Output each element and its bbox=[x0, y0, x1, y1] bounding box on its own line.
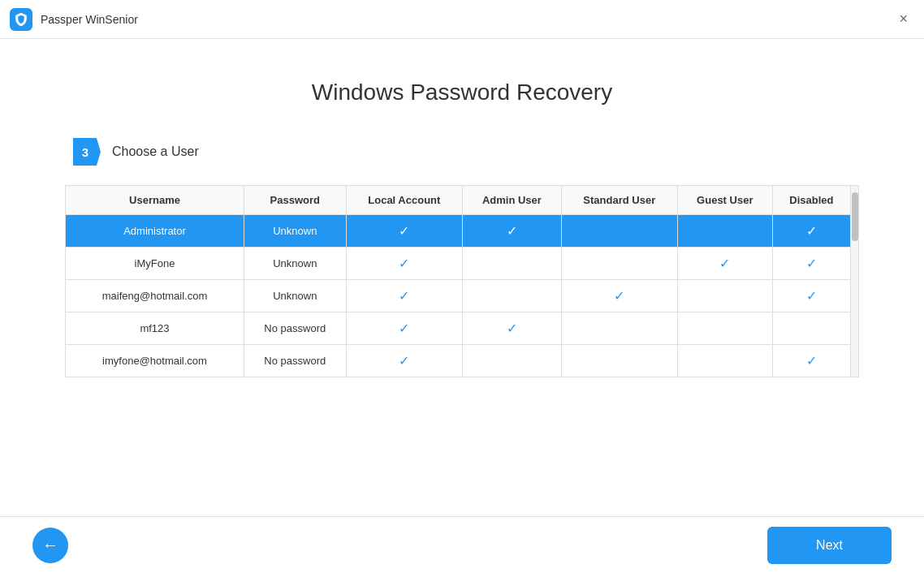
cell-username: mf123 bbox=[66, 312, 244, 345]
cell-disabled bbox=[772, 312, 850, 345]
table-header-row: Username Password Local Account Admin Us… bbox=[66, 186, 851, 215]
cell-guest-user bbox=[677, 280, 772, 312]
check-icon: ✓ bbox=[806, 256, 817, 270]
cell-password: No password bbox=[244, 312, 347, 345]
back-button[interactable]: ← bbox=[32, 528, 68, 563]
cell-guest-user bbox=[677, 312, 772, 345]
cell-disabled: ✓ bbox=[772, 248, 850, 280]
cell-password: Unknown bbox=[244, 215, 347, 248]
app-icon bbox=[10, 8, 32, 31]
cell-username: maifeng@hotmail.com bbox=[66, 280, 244, 312]
cell-standard-user: ✓ bbox=[561, 280, 677, 312]
cell-local-account: ✓ bbox=[346, 280, 462, 312]
scrollbar[interactable] bbox=[851, 185, 859, 377]
cell-username: Administrator bbox=[66, 215, 244, 248]
cell-admin-user: ✓ bbox=[463, 312, 562, 345]
cell-standard-user bbox=[561, 312, 677, 345]
scrollbar-thumb bbox=[852, 192, 858, 241]
close-button[interactable]: × bbox=[892, 7, 914, 31]
table-row[interactable]: mf123 No password ✓ ✓ bbox=[66, 312, 851, 345]
check-icon: ✓ bbox=[806, 289, 817, 303]
col-admin-user: Admin User bbox=[463, 186, 562, 215]
title-bar: Passper WinSenior × bbox=[0, 0, 924, 39]
check-icon: ✓ bbox=[614, 289, 624, 303]
col-username: Username bbox=[66, 186, 244, 215]
main-content: Windows Password Recovery 3 Choose a Use… bbox=[0, 39, 924, 516]
cell-local-account: ✓ bbox=[346, 312, 462, 345]
check-icon: ✓ bbox=[399, 256, 409, 270]
step-label: Choose a User bbox=[112, 144, 199, 159]
col-local-account: Local Account bbox=[346, 186, 462, 215]
cell-password: Unknown bbox=[244, 280, 347, 312]
table-row[interactable]: imyfone@hotmail.com No password ✓ ✓ bbox=[66, 345, 851, 377]
app-title: Passper WinSenior bbox=[41, 13, 138, 26]
check-icon: ✓ bbox=[399, 224, 409, 238]
cell-local-account: ✓ bbox=[346, 215, 462, 248]
check-icon: ✓ bbox=[806, 224, 817, 238]
check-icon: ✓ bbox=[399, 321, 409, 335]
table-row[interactable]: Administrator Unknown ✓ ✓ ✓ bbox=[66, 215, 851, 248]
check-icon: ✓ bbox=[399, 354, 409, 368]
title-bar-left: Passper WinSenior bbox=[10, 8, 138, 31]
next-button[interactable]: Next bbox=[767, 527, 892, 564]
check-icon: ✓ bbox=[806, 354, 817, 368]
cell-standard-user bbox=[561, 345, 677, 377]
cell-username: iMyFone bbox=[66, 248, 244, 280]
check-icon: ✓ bbox=[399, 289, 409, 303]
cell-local-account: ✓ bbox=[346, 248, 462, 280]
cell-admin-user: ✓ bbox=[463, 215, 562, 248]
col-disabled: Disabled bbox=[772, 186, 850, 215]
step-badge: 3 bbox=[73, 138, 101, 166]
page-title: Windows Password Recovery bbox=[312, 80, 612, 106]
cell-guest-user bbox=[677, 345, 772, 377]
cell-disabled: ✓ bbox=[772, 280, 850, 312]
check-icon: ✓ bbox=[719, 256, 730, 270]
cell-password: Unknown bbox=[244, 248, 347, 280]
check-icon: ✓ bbox=[507, 321, 517, 335]
cell-local-account: ✓ bbox=[346, 345, 462, 377]
cell-disabled: ✓ bbox=[772, 215, 850, 248]
col-guest-user: Guest User bbox=[677, 186, 772, 215]
app-logo-icon bbox=[14, 12, 28, 27]
cell-password: No password bbox=[244, 345, 347, 377]
cell-guest-user bbox=[677, 215, 772, 248]
col-standard-user: Standard User bbox=[561, 186, 677, 215]
step-header: 3 Choose a User bbox=[73, 138, 199, 166]
cell-username: imyfone@hotmail.com bbox=[66, 345, 244, 377]
cell-standard-user bbox=[561, 215, 677, 248]
table-container: Username Password Local Account Admin Us… bbox=[65, 185, 851, 377]
user-table: Username Password Local Account Admin Us… bbox=[65, 185, 851, 377]
cell-standard-user bbox=[561, 248, 677, 280]
cell-disabled: ✓ bbox=[772, 345, 850, 377]
col-password: Password bbox=[244, 186, 347, 215]
check-icon: ✓ bbox=[507, 224, 517, 238]
table-row[interactable]: iMyFone Unknown ✓ ✓ ✓ bbox=[66, 248, 851, 280]
cell-admin-user bbox=[463, 345, 562, 377]
cell-admin-user bbox=[463, 280, 562, 312]
back-arrow-icon: ← bbox=[42, 536, 58, 554]
cell-guest-user: ✓ bbox=[677, 248, 772, 280]
bottom-bar: ← Next bbox=[0, 516, 924, 573]
table-row[interactable]: maifeng@hotmail.com Unknown ✓ ✓ ✓ bbox=[66, 280, 851, 312]
table-wrapper: Username Password Local Account Admin Us… bbox=[65, 185, 859, 377]
cell-admin-user bbox=[463, 248, 562, 280]
